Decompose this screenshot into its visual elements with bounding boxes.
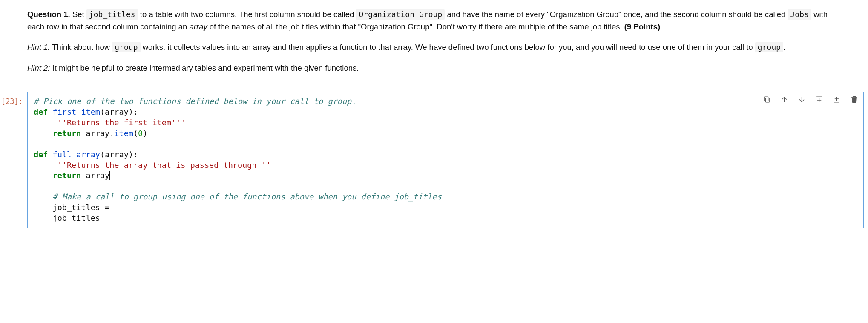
arrow-up-icon — [780, 95, 788, 104]
cell-toolbar — [762, 95, 859, 104]
duplicate-icon — [763, 95, 771, 104]
inline-code-group-1: group — [112, 42, 140, 52]
inline-code-group-2: group — [755, 42, 783, 52]
insert-below-button[interactable] — [832, 95, 842, 104]
question-paragraph: Question 1. Set job_titles to a table wi… — [27, 9, 834, 33]
insert-above-icon — [815, 95, 823, 104]
text-cursor — [109, 171, 110, 180]
svg-rect-0 — [765, 98, 770, 102]
code-cell[interactable]: [23]: — [0, 92, 868, 231]
insert-below-icon — [833, 95, 841, 104]
trash-icon — [850, 95, 858, 104]
notebook: Question 1. Set job_titles to a table wi… — [0, 0, 868, 230]
emphasis-array: array — [190, 22, 207, 31]
svg-rect-1 — [764, 97, 768, 101]
cell-prompt: [23]: — [0, 92, 27, 229]
move-up-button[interactable] — [779, 95, 789, 104]
inline-code-org-group: Organization Group — [356, 9, 445, 20]
markdown-cell: Question 1. Set job_titles to a table wi… — [0, 0, 868, 92]
question-points: (9 Points) — [624, 22, 660, 31]
code-editor[interactable]: # Pick one of the two functions defined … — [27, 92, 864, 229]
move-down-button[interactable] — [797, 95, 807, 104]
insert-above-button[interactable] — [814, 95, 824, 104]
hint2-paragraph: Hint 2: It might be helpful to create in… — [27, 62, 834, 75]
duplicate-button[interactable] — [762, 95, 772, 104]
question-label: Question 1. — [27, 10, 70, 19]
inline-code-jobs: Jobs — [788, 9, 811, 20]
delete-button[interactable] — [849, 95, 859, 104]
hint2-label: Hint 2: — [27, 63, 50, 72]
inline-code-job-titles: job_titles — [86, 9, 138, 20]
hint1-paragraph: Hint 1: Think about how group works: it … — [27, 41, 834, 54]
arrow-down-icon — [798, 95, 806, 104]
hint1-label: Hint 1: — [27, 43, 50, 52]
code-content[interactable]: # Pick one of the two functions defined … — [34, 96, 857, 224]
